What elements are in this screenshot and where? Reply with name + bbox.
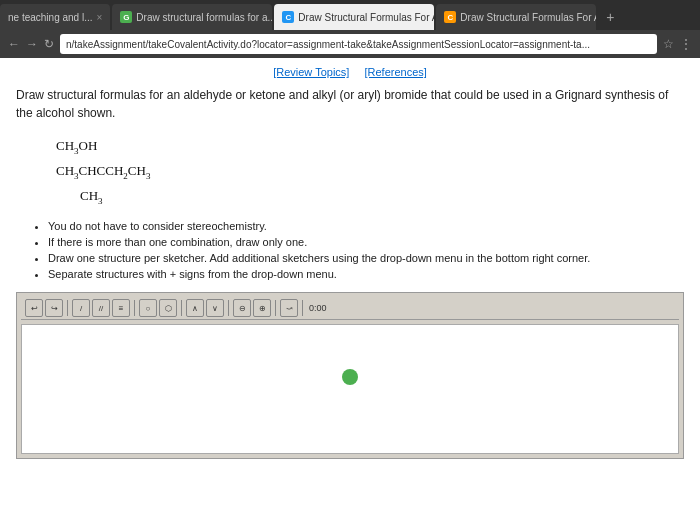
instruction-item: If there is more than one combination, d…: [48, 236, 684, 248]
tab-label: Draw Structural Formulas For A...: [460, 12, 596, 23]
triple-bond-button[interactable]: ≡: [112, 299, 130, 317]
separator: [275, 300, 276, 316]
close-icon[interactable]: ×: [97, 12, 103, 23]
green-dot: [342, 369, 358, 385]
settings-icon[interactable]: ⋮: [680, 37, 692, 51]
back-icon[interactable]: ←: [8, 37, 20, 51]
instruction-item: Draw one structure per sketcher. Add add…: [48, 252, 684, 264]
review-topics-link[interactable]: [Review Topics]: [273, 66, 349, 78]
address-bar: ← → ↻ ☆ ⋮: [0, 30, 700, 58]
chem-line-2: CH3CHCCH2CH3: [56, 159, 684, 184]
double-bond-button[interactable]: //: [92, 299, 110, 317]
instruction-item: Separate structures with + signs from th…: [48, 268, 684, 280]
page-content: [Review Topics] [References] Draw struct…: [0, 58, 700, 525]
dash-wedge-button[interactable]: ∨: [206, 299, 224, 317]
positive-charge-button[interactable]: ⊕: [253, 299, 271, 317]
undo-button[interactable]: ↩: [25, 299, 43, 317]
google-icon: G: [120, 11, 132, 23]
new-tab-button[interactable]: +: [598, 4, 622, 30]
chem-line-1: CH3OH: [56, 134, 684, 159]
chemical-formula: CH3OH CH3CHCCH2CH3 CH3: [56, 134, 684, 208]
tab-draw-structural-3[interactable]: C Draw Structural Formulas For A... ×: [436, 4, 596, 30]
chem-line-3: CH3: [56, 184, 684, 209]
tab-label: ne teaching and l...: [8, 12, 93, 23]
separator: [67, 300, 68, 316]
sketcher-canvas[interactable]: [21, 324, 679, 454]
sketcher-toolbar: ↩ ↪ / // ≡ ○ ⬡ ∧ ∨ ⊖ ⊕ ⤻ 0:00: [21, 297, 679, 320]
separator: [302, 300, 303, 316]
curved-arrow-button[interactable]: ⤻: [280, 299, 298, 317]
ring-button[interactable]: ○: [139, 299, 157, 317]
tab-draw-structural-1[interactable]: G Draw structural formulas for a... ×: [112, 4, 272, 30]
cengage-icon: C: [282, 11, 294, 23]
tab-teaching[interactable]: ne teaching and l... ×: [0, 4, 110, 30]
redo-button[interactable]: ↪: [45, 299, 63, 317]
tab-label: Draw structural formulas for a...: [136, 12, 272, 23]
address-input[interactable]: [60, 34, 657, 54]
question-text: Draw structural formulas for an aldehyde…: [16, 86, 684, 122]
separator: [181, 300, 182, 316]
refresh-icon[interactable]: ↻: [44, 37, 54, 51]
benzene-button[interactable]: ⬡: [159, 299, 177, 317]
tab-label: Draw Structural Formulas For A...: [298, 12, 434, 23]
sketcher-area: ↩ ↪ / // ≡ ○ ⬡ ∧ ∨ ⊖ ⊕ ⤻ 0:00: [16, 292, 684, 459]
browser-chrome: ne teaching and l... × G Draw structural…: [0, 0, 700, 58]
tab-draw-structural-2[interactable]: C Draw Structural Formulas For A... ×: [274, 4, 434, 30]
wedge-button[interactable]: ∧: [186, 299, 204, 317]
forward-icon[interactable]: →: [26, 37, 38, 51]
counter-display: 0:00: [307, 303, 329, 313]
cengage-orange-icon: C: [444, 11, 456, 23]
references-link[interactable]: [References]: [364, 66, 426, 78]
separator: [228, 300, 229, 316]
separator: [134, 300, 135, 316]
bookmark-icon[interactable]: ☆: [663, 37, 674, 51]
instructions-list: You do not have to consider stereochemis…: [32, 220, 684, 280]
instruction-item: You do not have to consider stereochemis…: [48, 220, 684, 232]
toolbar-links: [Review Topics] [References]: [16, 66, 684, 78]
single-bond-button[interactable]: /: [72, 299, 90, 317]
negative-charge-button[interactable]: ⊖: [233, 299, 251, 317]
tab-bar: ne teaching and l... × G Draw structural…: [0, 0, 700, 30]
